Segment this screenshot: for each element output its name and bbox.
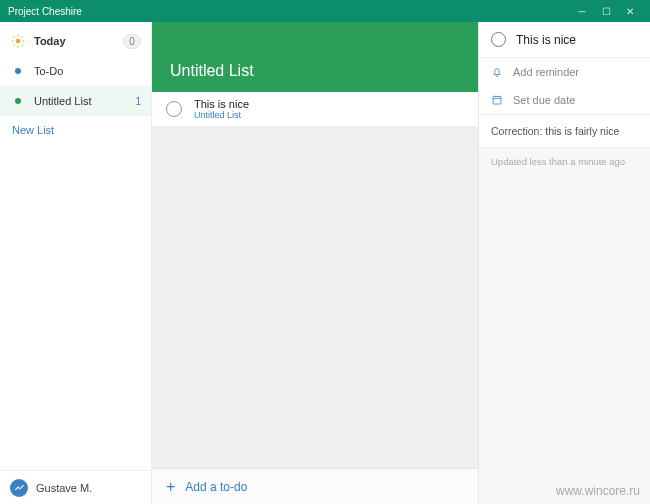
detail-updated: Updated less than a minute ago (479, 148, 650, 175)
sidebar-label-todo: To-Do (34, 65, 141, 77)
svg-line-6 (22, 45, 23, 46)
svg-line-8 (22, 36, 23, 37)
set-due-date-button[interactable]: Set due date (479, 86, 650, 114)
close-button[interactable]: ✕ (618, 6, 642, 17)
calendar-icon (491, 94, 503, 106)
new-list-button[interactable]: New List (0, 116, 151, 144)
detail-panel: This is nice Add reminder Set due date C… (478, 22, 650, 504)
detail-actions: Add reminder Set due date (479, 58, 650, 115)
sidebar-item-todo[interactable]: To-Do (0, 56, 151, 86)
today-count-badge: 0 (123, 34, 141, 49)
detail-note[interactable]: Correction: this is fairly nice (479, 115, 650, 148)
watermark: www.wincore.ru (556, 484, 640, 498)
svg-line-7 (13, 45, 14, 46)
sidebar-item-untitled[interactable]: Untitled List 1 (0, 86, 151, 116)
add-reminder-label: Add reminder (513, 66, 579, 78)
sidebar-item-today[interactable]: Today 0 (0, 26, 151, 56)
set-due-date-label: Set due date (513, 94, 575, 106)
add-reminder-button[interactable]: Add reminder (479, 58, 650, 86)
detail-header: This is nice (479, 22, 650, 58)
svg-rect-9 (493, 97, 501, 105)
sidebar-label-today: Today (34, 35, 123, 47)
detail-checkbox[interactable] (491, 32, 506, 47)
task-area (152, 127, 478, 468)
titlebar: Project Cheshire ─ ☐ ✕ (0, 0, 650, 22)
sidebar-footer[interactable]: Gustave M. (0, 470, 151, 504)
sidebar-list: Today 0 To-Do Untitled List 1 New List (0, 22, 151, 470)
svg-line-5 (13, 36, 14, 37)
svg-point-0 (16, 39, 21, 44)
task-meta: This is nice Untitled List (194, 98, 249, 120)
detail-title[interactable]: This is nice (516, 33, 576, 47)
maximize-button[interactable]: ☐ (594, 6, 618, 17)
task-title: This is nice (194, 98, 249, 110)
window-title: Project Cheshire (8, 6, 570, 17)
list-header: Untitled List (152, 22, 478, 92)
sidebar: Today 0 To-Do Untitled List 1 New List G… (0, 22, 152, 504)
minimize-button[interactable]: ─ (570, 6, 594, 17)
task-checkbox[interactable] (166, 101, 182, 117)
plus-icon: + (166, 478, 175, 496)
sun-icon (10, 33, 26, 49)
add-todo-placeholder: Add a to-do (185, 480, 247, 494)
list-dot-icon (10, 63, 26, 79)
bell-icon (491, 66, 503, 78)
add-todo-input[interactable]: + Add a to-do (152, 468, 478, 504)
app-body: Today 0 To-Do Untitled List 1 New List G… (0, 22, 650, 504)
user-name: Gustave M. (36, 482, 92, 494)
sidebar-label-untitled: Untitled List (34, 95, 135, 107)
list-title[interactable]: Untitled List (170, 62, 254, 80)
task-row[interactable]: This is nice Untitled List (152, 92, 478, 127)
avatar (10, 479, 28, 497)
main-panel: Untitled List This is nice Untitled List… (152, 22, 478, 504)
list-dot-icon (10, 93, 26, 109)
task-list-name: Untitled List (194, 110, 249, 120)
untitled-count: 1 (135, 96, 141, 107)
